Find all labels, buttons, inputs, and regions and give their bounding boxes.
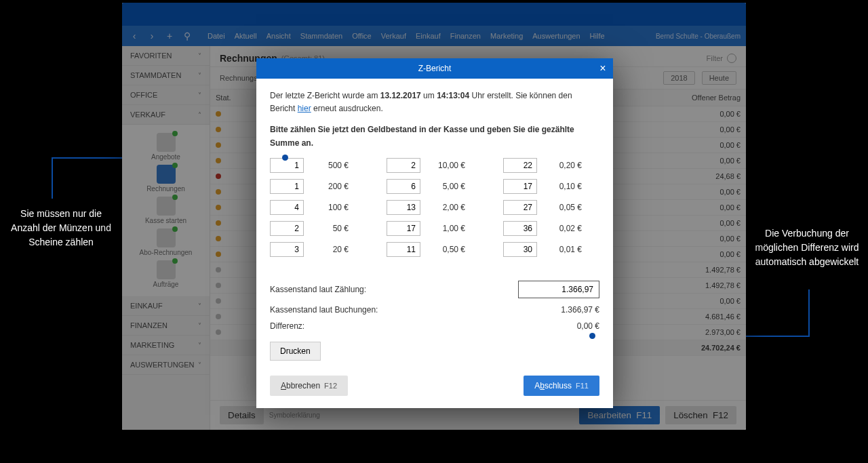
denom-label: 500 € — [311, 161, 349, 170]
callout-right: Die Verbuchung der möglichen Differenz w… — [753, 226, 861, 269]
denom-input[interactable] — [387, 242, 420, 257]
denom-input[interactable] — [503, 221, 537, 236]
denom-input[interactable] — [503, 179, 537, 194]
instruction-text: Bitte zählen Sie jetzt den Geldbestand i… — [270, 123, 599, 149]
denom-input[interactable] — [270, 179, 304, 194]
diff-label: Differenz: — [270, 321, 419, 331]
denom-input[interactable] — [387, 200, 420, 215]
booked-value: 1.366,97 € — [419, 305, 599, 315]
denom-label: 0,50 € — [427, 245, 465, 254]
last-report-info: Der letzte Z-Bericht wurde am 13.12.2017… — [270, 89, 599, 115]
denom-label: 0,05 € — [544, 203, 582, 212]
denom-label: 10,00 € — [427, 161, 465, 170]
denom-input[interactable] — [270, 200, 304, 215]
counted-total-input[interactable] — [518, 281, 599, 298]
denom-input[interactable] — [503, 158, 537, 173]
denom-input[interactable] — [270, 221, 304, 236]
denom-label: 5,00 € — [427, 182, 465, 191]
denom-label: 1,00 € — [427, 224, 465, 233]
denom-input[interactable] — [387, 179, 420, 194]
denom-label: 0,02 € — [544, 224, 582, 233]
denom-input[interactable] — [270, 242, 304, 257]
callout-left: Sie müssen nur die Anzahl der Münzen und… — [7, 207, 115, 249]
close-icon[interactable]: × — [593, 58, 613, 79]
z-report-dialog: Z-Bericht × Der letzte Z-Bericht wurde a… — [256, 58, 613, 408]
connector-line — [808, 289, 810, 310]
denom-input[interactable] — [503, 242, 537, 257]
denom-label: 50 € — [311, 224, 349, 233]
denom-label: 0,01 € — [544, 245, 582, 254]
ok-button[interactable]: AbschlussF11 — [524, 376, 599, 396]
denom-label: 20 € — [311, 245, 349, 254]
dialog-title: Z-Bericht × — [256, 58, 613, 79]
denom-input[interactable] — [503, 200, 537, 215]
cancel-button[interactable]: AbbrechenF12 — [270, 376, 348, 396]
denom-label: 0,10 € — [544, 182, 582, 191]
connector-dot — [589, 333, 595, 339]
connector-line — [52, 158, 53, 199]
denom-input[interactable] — [387, 158, 420, 173]
denom-label: 0,20 € — [544, 161, 582, 170]
connector-line — [808, 310, 810, 337]
booked-label: Kassenstand laut Buchungen: — [270, 305, 419, 315]
diff-value: 0,00 € — [419, 321, 599, 331]
connector-dot — [282, 155, 288, 161]
counted-label: Kassenstand laut Zählung: — [270, 285, 419, 294]
reprint-link[interactable]: hier — [298, 104, 311, 113]
denom-label: 100 € — [311, 203, 349, 212]
denom-label: 200 € — [311, 182, 349, 191]
print-button[interactable]: Drucken — [270, 342, 321, 361]
denom-input[interactable] — [387, 221, 420, 236]
denom-label: 2,00 € — [427, 203, 465, 212]
